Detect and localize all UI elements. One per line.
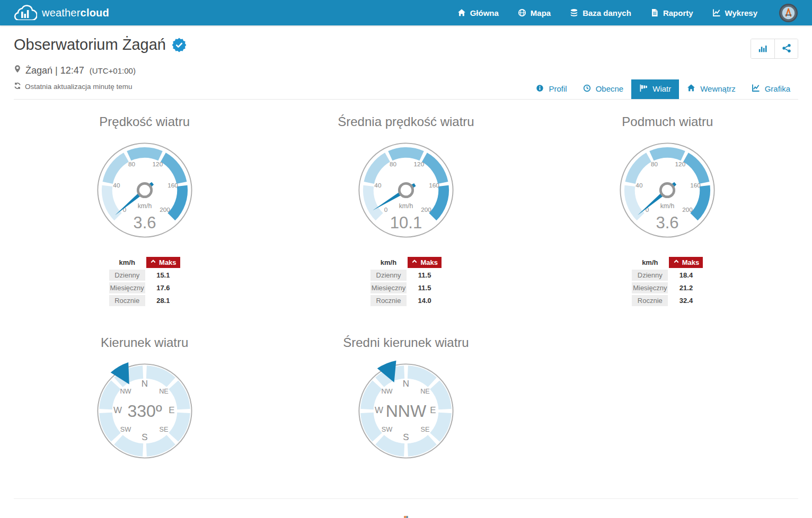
table-row: Rocznie 32.4 bbox=[632, 295, 703, 306]
empty-cell bbox=[537, 335, 798, 466]
maks-sort-header[interactable]: Maks bbox=[408, 257, 442, 268]
row-label: Dzienny bbox=[632, 270, 668, 281]
tab-label: Grafika bbox=[765, 84, 790, 93]
top-navbar: weathercloud Główna Mapa Baza danych Rap… bbox=[0, 0, 812, 25]
svg-text:80: 80 bbox=[128, 160, 136, 167]
nav-label: Raporty bbox=[663, 8, 693, 17]
svg-text:80: 80 bbox=[390, 160, 397, 167]
share-icon bbox=[782, 43, 791, 55]
panel-wind-gust: Podmuch wiatru 04080120160200km/h3.6 km/… bbox=[537, 114, 798, 308]
svg-text:W: W bbox=[113, 405, 122, 415]
report-icon bbox=[650, 8, 659, 17]
svg-text:40: 40 bbox=[374, 182, 382, 189]
map-pin-icon bbox=[14, 65, 21, 76]
row-label: Rocznie bbox=[632, 295, 668, 306]
brand-text: weathercloud bbox=[42, 7, 109, 19]
home-icon bbox=[457, 8, 466, 17]
tab-label: Wiatr bbox=[652, 84, 671, 93]
tab-wewnatrz[interactable]: Wewnątrz bbox=[679, 79, 743, 99]
database-icon bbox=[570, 8, 578, 17]
row-value: 11.5 bbox=[408, 282, 442, 293]
svg-text:N: N bbox=[142, 379, 148, 389]
clock-icon bbox=[583, 84, 591, 94]
svg-text:NNW: NNW bbox=[386, 401, 427, 421]
svg-text:NW: NW bbox=[381, 387, 392, 395]
wind-gust-max-table: km/h Maks Dzienny 18.4 Miesięczny 21.2 R… bbox=[631, 255, 704, 308]
footer bbox=[14, 498, 798, 518]
wind-speed-max-table: km/h Maks Dzienny 15.1 Miesięczny 17.6 R… bbox=[108, 255, 181, 308]
info-icon bbox=[536, 84, 544, 94]
svg-text:3.6: 3.6 bbox=[656, 213, 679, 232]
wind-direction-compass: NNEESESSWWNW330º bbox=[14, 359, 275, 466]
table-unit-header: km/h bbox=[109, 257, 145, 268]
svg-text:SE: SE bbox=[159, 425, 168, 433]
nav-item-wykresy[interactable]: Wykresy bbox=[712, 8, 757, 17]
svg-text:NE: NE bbox=[420, 387, 430, 395]
chevron-up-icon bbox=[150, 258, 156, 266]
svg-text:NE: NE bbox=[159, 387, 169, 395]
svg-text:S: S bbox=[403, 432, 409, 442]
nav-item-raporty[interactable]: Raporty bbox=[650, 8, 693, 17]
row-value: 15.1 bbox=[146, 270, 180, 281]
tab-wiatr[interactable]: Wiatr bbox=[631, 79, 679, 99]
nav-item-glowna[interactable]: Główna bbox=[457, 8, 499, 17]
statistics-button[interactable] bbox=[751, 39, 774, 58]
row-label: Dzienny bbox=[370, 270, 407, 281]
row-value: 28.1 bbox=[146, 295, 180, 306]
gauges-grid: Prędkość wiatru 04080120160200km/h3.6 km… bbox=[14, 114, 798, 466]
tab-label: Wewnątrz bbox=[700, 84, 735, 93]
panel-wind-direction: Kierunek wiatru NNEESESSWWNW330º bbox=[14, 335, 275, 466]
windsock-icon bbox=[639, 84, 648, 94]
svg-text:W: W bbox=[375, 405, 383, 415]
avg-wind-speed-max-table: km/h Maks Dzienny 11.5 Miesięczny 11.5 R… bbox=[369, 255, 443, 308]
svg-text:S: S bbox=[142, 432, 147, 442]
row-value: 14.0 bbox=[408, 295, 442, 306]
last-update: Ostatnia aktualizacja minutę temu bbox=[14, 82, 133, 99]
line-chart-icon bbox=[752, 84, 760, 94]
panel-title: Prędkość wiatru bbox=[14, 114, 275, 129]
wind-speed-gauge: 04080120160200km/h3.6 bbox=[14, 138, 275, 245]
svg-text:200: 200 bbox=[683, 206, 693, 213]
table-row: Dzienny 15.1 bbox=[109, 270, 180, 281]
svg-text:N: N bbox=[403, 379, 409, 389]
table-unit-header: km/h bbox=[370, 257, 407, 268]
tab-profil[interactable]: Profil bbox=[528, 79, 575, 99]
table-row: Rocznie 28.1 bbox=[109, 295, 180, 306]
maks-label: Maks bbox=[420, 258, 438, 266]
page-title: Obserwatorium Żagań bbox=[14, 36, 166, 53]
share-button[interactable] bbox=[774, 39, 798, 58]
svg-text:160: 160 bbox=[167, 182, 178, 189]
user-avatar[interactable] bbox=[779, 3, 798, 23]
svg-text:SW: SW bbox=[120, 425, 131, 433]
svg-text:200: 200 bbox=[421, 206, 431, 213]
svg-text:km/h: km/h bbox=[137, 202, 152, 210]
maks-label: Maks bbox=[159, 258, 176, 266]
panel-avg-wind-speed: Średnia prędkość wiatru 04080120160200km… bbox=[275, 114, 536, 308]
row-value: 32.4 bbox=[669, 295, 703, 306]
station-tabs: Profil Obecne Wiatr Wewnątrz Grafika bbox=[528, 79, 798, 99]
svg-text:NW: NW bbox=[120, 387, 131, 395]
meta-row: Ostatnia aktualizacja minutę temu Profil… bbox=[14, 79, 798, 100]
tab-label: Obecne bbox=[596, 84, 624, 93]
tab-grafika[interactable]: Grafika bbox=[744, 79, 798, 99]
row-value: 17.6 bbox=[146, 282, 180, 293]
table-row: Rocznie 14.0 bbox=[370, 295, 442, 306]
svg-text:E: E bbox=[430, 405, 436, 415]
maks-sort-header[interactable]: Maks bbox=[146, 257, 180, 268]
weathercloud-logo[interactable]: weathercloud bbox=[14, 3, 109, 22]
bar-chart-icon bbox=[758, 43, 767, 55]
wind-gust-gauge: 04080120160200km/h3.6 bbox=[537, 138, 798, 245]
tab-obecne[interactable]: Obecne bbox=[575, 79, 632, 99]
svg-text:330º: 330º bbox=[127, 401, 162, 421]
location-time: Żagań | 12:47 bbox=[25, 65, 84, 76]
svg-text:3.6: 3.6 bbox=[133, 213, 156, 232]
last-update-text: Ostatnia aktualizacja minutę temu bbox=[25, 83, 133, 91]
svg-text:km/h: km/h bbox=[660, 202, 675, 210]
location-row: Żagań | 12:47 (UTC+01:00) bbox=[14, 65, 798, 76]
panel-wind-speed: Prędkość wiatru 04080120160200km/h3.6 km… bbox=[14, 114, 275, 308]
table-row: Dzienny 11.5 bbox=[370, 270, 442, 281]
nav-item-baza-danych[interactable]: Baza danych bbox=[570, 8, 631, 17]
nav-item-mapa[interactable]: Mapa bbox=[518, 8, 551, 17]
maks-sort-header[interactable]: Maks bbox=[669, 257, 703, 268]
utc-offset: (UTC+01:00) bbox=[90, 66, 136, 75]
